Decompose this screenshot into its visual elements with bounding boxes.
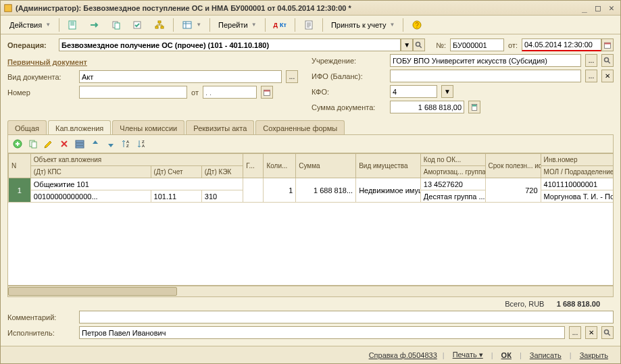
tab-capital-investments[interactable]: Кап.вложения — [48, 120, 111, 135]
comment-input[interactable] — [79, 311, 614, 323]
col-amort[interactable]: Амортизац... группа — [420, 166, 485, 178]
app-icon — [3, 3, 13, 13]
grid-hscrollbar[interactable] — [8, 286, 613, 296]
col-n[interactable]: N — [9, 154, 31, 178]
edit-row-icon[interactable] — [42, 137, 55, 151]
move-down-icon[interactable] — [104, 137, 118, 151]
tab-saved-forms[interactable]: Сохраненные формы — [255, 120, 345, 135]
date-picker-btn[interactable] — [601, 38, 614, 51]
doc-num-date-input[interactable] — [203, 86, 257, 99]
kfo-dropdown-btn[interactable]: ▼ — [441, 85, 453, 98]
ifo-choose-btn[interactable]: ... — [585, 70, 597, 82]
cell-sum[interactable]: 1 688 818... — [296, 178, 356, 203]
operation-search-btn[interactable] — [413, 38, 425, 51]
ref-link[interactable]: Справка ф.0504833 — [366, 351, 440, 359]
executor-clear-btn[interactable]: ✕ — [585, 326, 597, 339]
cell-mol[interactable]: Моргунова Т. И. - Подразделение ... — [541, 190, 613, 203]
col-qty[interactable]: Коли... — [264, 154, 296, 178]
executor-search-btn[interactable] — [601, 326, 614, 339]
add-row-icon[interactable] — [11, 137, 24, 151]
tb-tree-icon[interactable] — [149, 18, 170, 32]
sort-asc-icon[interactable]: AZ — [120, 137, 133, 151]
minimize-button[interactable]: _ — [578, 3, 591, 14]
tb-journal-icon[interactable] — [299, 18, 319, 32]
col-ok[interactable]: Код по ОК... — [420, 154, 485, 166]
tb-refresh-icon[interactable] — [63, 18, 83, 32]
col-dt-schet[interactable]: (Дт) Счет — [151, 166, 201, 178]
table-row[interactable]: 1 Общежитие 101 1 1 688 818... Недвижимо… — [9, 178, 614, 190]
col-dt-kek[interactable]: (Дт) КЭК — [201, 166, 243, 178]
sort-desc-icon[interactable]: ZA — [135, 137, 149, 151]
actions-menu[interactable]: Действия▼ — [5, 18, 55, 32]
move-up-icon[interactable] — [89, 137, 102, 151]
doc-num-input[interactable] — [79, 86, 187, 99]
capital-investments-grid[interactable]: N Объект кап.вложения Г... Коли... Сумма… — [8, 153, 613, 286]
doc-type-input[interactable] — [79, 70, 282, 83]
col-mol[interactable]: МОЛ / Подразделение — [541, 166, 613, 178]
col-life[interactable]: Срок полезн... исполь... — [485, 154, 541, 178]
operation-label: Операция: — [7, 41, 55, 49]
cell-kind[interactable]: Недвижимое имущество — [356, 178, 421, 203]
org-input[interactable] — [390, 54, 581, 67]
kfo-input[interactable] — [390, 85, 437, 98]
copy-row-icon[interactable] — [26, 137, 40, 151]
tb-copy-icon[interactable] — [106, 18, 126, 32]
accept-button[interactable]: Принять к учету▼ — [326, 18, 399, 32]
svg-text:?: ? — [416, 22, 420, 29]
operation-dropdown-btn[interactable]: ▼ — [401, 38, 413, 51]
cell-life[interactable]: 720 — [485, 178, 541, 203]
org-choose-btn[interactable]: ... — [585, 54, 597, 67]
ifo-input[interactable] — [390, 70, 581, 82]
close-button[interactable]: Закрыть — [574, 350, 614, 361]
cell-amort[interactable]: Десятая группа ... — [420, 190, 485, 203]
tab-commission-members[interactable]: Члены комиссии — [112, 120, 184, 135]
help-icon[interactable]: ? — [407, 18, 427, 32]
operation-select[interactable]: ▼ — [59, 38, 425, 51]
sum-calc-btn[interactable] — [468, 101, 480, 113]
sum-input[interactable] — [390, 101, 464, 113]
tab-act-details[interactable]: Реквизиты акта — [186, 120, 254, 135]
tb-dkv-icon[interactable]: ДКт — [269, 18, 291, 32]
executor-choose-btn[interactable]: ... — [569, 326, 581, 339]
date-input[interactable] — [522, 38, 601, 51]
cell-g[interactable] — [243, 178, 264, 203]
col-sum[interactable]: Сумма — [296, 154, 356, 178]
print-button[interactable]: Печать ▾ — [447, 349, 489, 361]
cell-dt-kps[interactable]: 00100000000000... — [30, 190, 151, 203]
scrollbar-thumb[interactable] — [8, 287, 177, 296]
comment-label: Комментарий: — [7, 313, 75, 321]
delete-row-icon[interactable] — [57, 137, 71, 151]
col-kind[interactable]: Вид имущества — [356, 154, 421, 178]
maximize-button[interactable]: □ — [592, 3, 604, 14]
tb-entries-icon[interactable]: ▼ — [177, 18, 206, 32]
cell-ok[interactable]: 13 4527620 — [420, 178, 485, 190]
col-obj[interactable]: Объект кап.вложения — [30, 154, 243, 166]
executor-input[interactable] — [79, 326, 565, 339]
number-input[interactable] — [450, 38, 504, 51]
save-button[interactable]: Записать — [524, 350, 567, 361]
cell-dt-kek[interactable]: 310 — [201, 190, 243, 203]
titlebar: (Администратор): Безвозмездное поступлен… — [1, 1, 620, 16]
tab-general[interactable]: Общая — [7, 120, 47, 135]
ok-button[interactable]: ОК — [496, 350, 517, 361]
cell-obj[interactable]: Общежитие 101 — [30, 178, 243, 190]
col-g[interactable]: Г... — [243, 154, 264, 178]
right-column: Учреждение: ... ИФО (Баланс): ... ✕ КФО:… — [312, 54, 614, 116]
cell-dt-schet[interactable]: 101.11 — [151, 190, 201, 203]
ifo-clear-btn[interactable]: ✕ — [601, 70, 614, 82]
col-inv[interactable]: Инв.номер — [541, 154, 613, 166]
close-window-button[interactable]: ✕ — [605, 3, 618, 14]
doc-type-choose-btn[interactable]: ... — [286, 70, 298, 83]
tb-post-icon[interactable] — [128, 18, 148, 32]
tb-forward-icon[interactable] — [84, 18, 105, 32]
date-label: от: — [508, 41, 518, 49]
goto-menu[interactable]: Перейти▼ — [214, 18, 262, 32]
doc-num-date-picker[interactable] — [261, 86, 273, 99]
operation-input[interactable] — [59, 38, 401, 51]
bulk-icon[interactable] — [73, 137, 86, 151]
col-dt-kps[interactable]: (Дт) КПС — [30, 166, 151, 178]
cell-inv[interactable]: 4101110000001 — [541, 178, 613, 190]
org-search-btn[interactable] — [601, 54, 614, 67]
cell-qty[interactable]: 1 — [264, 178, 296, 203]
svg-point-17 — [605, 57, 609, 61]
